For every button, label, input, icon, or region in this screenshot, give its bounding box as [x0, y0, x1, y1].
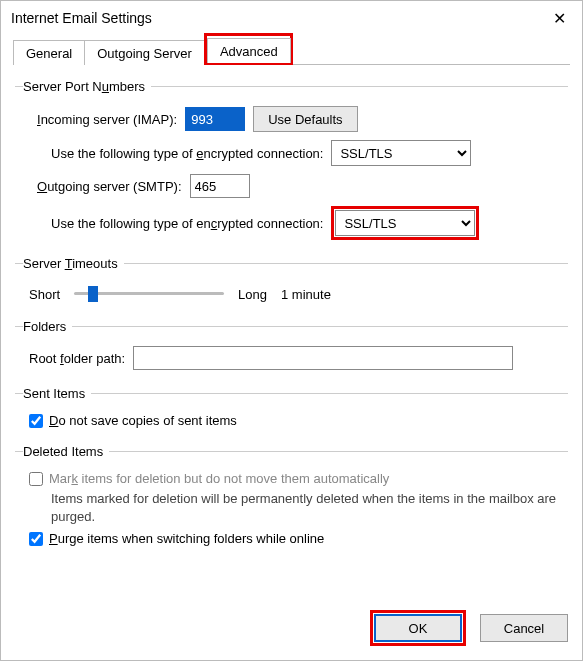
ok-button[interactable]: OK: [374, 614, 462, 642]
deleted-items-note: Items marked for deletion will be perman…: [51, 490, 568, 525]
root-folder-path-label: Root folder path:: [29, 351, 125, 366]
do-not-save-checkbox-input[interactable]: [29, 414, 43, 428]
window-title: Internet Email Settings: [11, 10, 152, 26]
outgoing-encryption-select[interactable]: SSL/TLS: [335, 210, 475, 236]
group-folders: Folders Root folder path:: [15, 319, 568, 380]
group-server-port-numbers-label: Server Port Numbers: [23, 79, 151, 94]
dialog-button-bar: OK Cancel: [370, 610, 568, 646]
timeout-value: 1 minute: [281, 287, 331, 302]
mark-for-deletion-checkbox[interactable]: Mark items for deletion but do not move …: [29, 471, 389, 486]
tab-outgoing-server[interactable]: Outgoing Server: [84, 40, 205, 65]
group-sent-items: Sent Items Do not save copies of sent it…: [15, 386, 568, 438]
slider-thumb-icon[interactable]: [88, 286, 98, 302]
purge-label: Purge items when switching folders while…: [49, 531, 324, 546]
incoming-server-label: Incoming server (IMAP):: [37, 112, 177, 127]
timeout-long-label: Long: [238, 287, 267, 302]
purge-checkbox-input[interactable]: [29, 532, 43, 546]
mark-for-deletion-checkbox-input[interactable]: [29, 472, 43, 486]
timeout-short-label: Short: [29, 287, 60, 302]
do-not-save-checkbox[interactable]: Do not save copies of sent items: [29, 413, 237, 428]
outgoing-server-label: Outgoing server (SMTP):: [37, 179, 182, 194]
incoming-port-input[interactable]: [185, 107, 245, 131]
group-deleted-items-label: Deleted Items: [23, 444, 109, 459]
incoming-encryption-label: Use the following type of encrypted conn…: [51, 146, 323, 161]
tab-advanced[interactable]: Advanced: [207, 38, 291, 63]
highlight-outgoing-encryption: SSL/TLS: [331, 206, 479, 240]
group-deleted-items: Deleted Items Mark items for deletion bu…: [15, 444, 568, 556]
group-server-port-numbers: Server Port Numbers Incoming server (IMA…: [15, 79, 568, 250]
tab-general[interactable]: General: [13, 40, 85, 65]
highlight-ok-button: OK: [370, 610, 466, 646]
group-server-timeouts: Server Timeouts Short Long 1 minute: [15, 256, 568, 313]
tab-strip: General Outgoing Server Advanced: [1, 35, 582, 65]
close-icon: ✕: [553, 9, 566, 28]
root-folder-path-input[interactable]: [133, 346, 513, 370]
use-defaults-button[interactable]: Use Defaults: [253, 106, 357, 132]
group-folders-label: Folders: [23, 319, 72, 334]
close-button[interactable]: ✕: [536, 1, 582, 35]
mark-for-deletion-label: Mark items for deletion but do not move …: [49, 471, 389, 486]
group-server-timeouts-label: Server Timeouts: [23, 256, 124, 271]
timeout-slider[interactable]: [74, 283, 224, 305]
outgoing-encryption-label: Use the following type of encrypted conn…: [51, 216, 323, 231]
tab-content: Server Port Numbers Incoming server (IMA…: [1, 65, 582, 556]
cancel-button[interactable]: Cancel: [480, 614, 568, 642]
highlight-advanced-tab: Advanced: [204, 33, 293, 65]
titlebar: Internet Email Settings ✕: [1, 1, 582, 35]
outgoing-port-input[interactable]: [190, 174, 250, 198]
do-not-save-label: Do not save copies of sent items: [49, 413, 237, 428]
purge-checkbox[interactable]: Purge items when switching folders while…: [29, 531, 324, 546]
group-sent-items-label: Sent Items: [23, 386, 91, 401]
incoming-encryption-select[interactable]: SSL/TLS: [331, 140, 471, 166]
